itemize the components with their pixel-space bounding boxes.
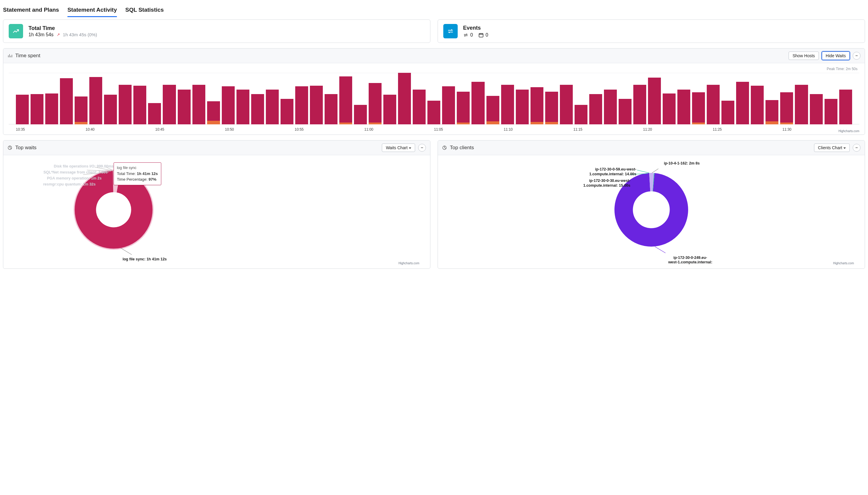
bar-column[interactable] (530, 73, 543, 124)
bar-column[interactable] (780, 73, 793, 124)
bar-column[interactable] (398, 73, 411, 124)
bar-column[interactable] (442, 73, 455, 124)
x-tick: 10:35 (16, 127, 86, 132)
bar-column[interactable] (633, 73, 646, 124)
bar-column[interactable] (104, 73, 117, 124)
collapse-button[interactable] (853, 144, 861, 152)
client-label-4: ip-172-30-0-249.eu-west-1.compute.intern… (660, 256, 720, 265)
client-label-1: ip-10-4-1-162: 2m 8s (664, 161, 700, 166)
tab-statement-and-plans[interactable]: Statement and Plans (3, 5, 59, 17)
top-clients-title: Top clients (450, 145, 474, 151)
bar-column[interactable] (457, 73, 470, 124)
chart-credit: Highcharts.com (398, 261, 419, 265)
client-label-3: ip-172-30-0-30.eu-west-1.compute.interna… (583, 178, 630, 188)
bar-column[interactable] (163, 73, 176, 124)
waits-chart-dropdown[interactable]: Waits Chart (382, 143, 415, 152)
bar-column[interactable] (354, 73, 367, 124)
bar-column[interactable] (575, 73, 588, 124)
tab-bar: Statement and Plans Statement Activity S… (3, 3, 865, 17)
bar-column[interactable] (310, 73, 323, 124)
bar-column[interactable] (677, 73, 690, 124)
bar-column[interactable] (89, 73, 102, 124)
top-waits-chart[interactable]: Disk file operations I/O: 999.00ms SQL*N… (9, 159, 425, 267)
panel-time-spent: Time spent Show Hosts Hide Waits Peak Ti… (3, 48, 865, 135)
bar-column[interactable] (192, 73, 205, 124)
bar-column[interactable] (413, 73, 426, 124)
bar-column[interactable] (560, 73, 573, 124)
bar-column[interactable] (545, 73, 558, 124)
bar-column[interactable] (824, 73, 837, 124)
top-clients-chart[interactable]: ip-10-4-1-162: 2m 8s ip-172-30-0-59.eu-w… (443, 159, 859, 267)
panel-top-clients: Top clients Clients Chart (438, 140, 865, 269)
events-title: Events (463, 25, 488, 31)
bar-column[interactable] (251, 73, 264, 124)
x-tick: 10:50 (225, 127, 295, 132)
bar-column[interactable] (766, 73, 778, 124)
bar-column[interactable] (501, 73, 514, 124)
svg-line-17 (655, 246, 665, 253)
chevron-down-icon (409, 148, 411, 149)
pie-icon (7, 145, 12, 150)
bar-column[interactable] (648, 73, 661, 124)
wait-label-pga: PGA memory operation: 1m 2s (47, 176, 102, 181)
hide-waits-button[interactable]: Hide Waits (822, 52, 850, 60)
x-tick: 11:20 (643, 127, 713, 132)
bar-column[interactable] (60, 73, 73, 124)
bar-column[interactable] (75, 73, 87, 124)
x-tick: 11:05 (434, 127, 504, 132)
bar-column[interactable] (619, 73, 631, 124)
bar-column[interactable] (516, 73, 529, 124)
tab-statement-activity[interactable]: Statement Activity (67, 5, 117, 17)
bar-column[interactable] (222, 73, 235, 124)
bar-column[interactable] (16, 73, 29, 124)
pie-icon (442, 145, 447, 150)
events-calendar-count: 0 (486, 32, 488, 38)
bar-column[interactable] (119, 73, 132, 124)
bar-column[interactable] (427, 73, 440, 124)
bar-column[interactable] (751, 73, 764, 124)
bar-column[interactable] (721, 73, 734, 124)
client-label-2: ip-172-30-0-59.eu-west-1.compute.interna… (589, 167, 636, 176)
bar-column[interactable] (707, 73, 720, 124)
bar-column[interactable] (487, 73, 499, 124)
collapse-button[interactable] (418, 144, 426, 152)
bar-column[interactable] (369, 73, 381, 124)
bar-column[interactable] (384, 73, 396, 124)
bar-column[interactable] (795, 73, 808, 124)
bar-column[interactable] (663, 73, 676, 124)
bar-column[interactable] (472, 73, 484, 124)
bar-column[interactable] (280, 73, 293, 124)
x-tick: 11:15 (573, 127, 643, 132)
x-tick: 10:45 (155, 127, 225, 132)
bar-column[interactable] (266, 73, 279, 124)
bar-column[interactable] (810, 73, 823, 124)
clients-chart-dropdown[interactable]: Clients Chart (814, 143, 850, 152)
bar-column[interactable] (589, 73, 602, 124)
bar-column[interactable] (736, 73, 749, 124)
bar-column[interactable] (325, 73, 338, 124)
bar-column[interactable] (148, 73, 161, 124)
chart-tooltip: log file sync Total Time: 1h 41m 12s Tim… (114, 163, 161, 185)
bar-column[interactable] (31, 73, 44, 124)
svg-line-15 (637, 170, 649, 173)
bar-column[interactable] (604, 73, 617, 124)
collapse-button[interactable] (853, 52, 861, 59)
calendar-icon (478, 32, 484, 38)
time-spent-chart[interactable]: 10:3510:4010:4510:5010:5511:0011:0511:10… (9, 73, 859, 133)
bar-column[interactable] (692, 73, 705, 124)
bar-column[interactable] (295, 73, 308, 124)
tab-sql-statistics[interactable]: SQL Statistics (125, 5, 164, 17)
show-hosts-button[interactable]: Show Hosts (788, 52, 819, 60)
bar-column[interactable] (207, 73, 220, 124)
total-time-value: 1h 43m 54s (29, 32, 54, 37)
svg-line-9 (120, 248, 132, 255)
x-tick: 11:00 (364, 127, 434, 132)
bar-column[interactable] (133, 73, 146, 124)
wait-label-sqlnet: SQL*Net message from client: 7.00s (44, 170, 107, 175)
bar-column[interactable] (237, 73, 249, 124)
total-time-compare: 1h 43m 45s (0%) (63, 32, 97, 37)
bar-column[interactable] (339, 73, 352, 124)
bar-column[interactable] (839, 73, 852, 124)
bar-column[interactable] (178, 73, 191, 124)
bar-column[interactable] (45, 73, 58, 124)
